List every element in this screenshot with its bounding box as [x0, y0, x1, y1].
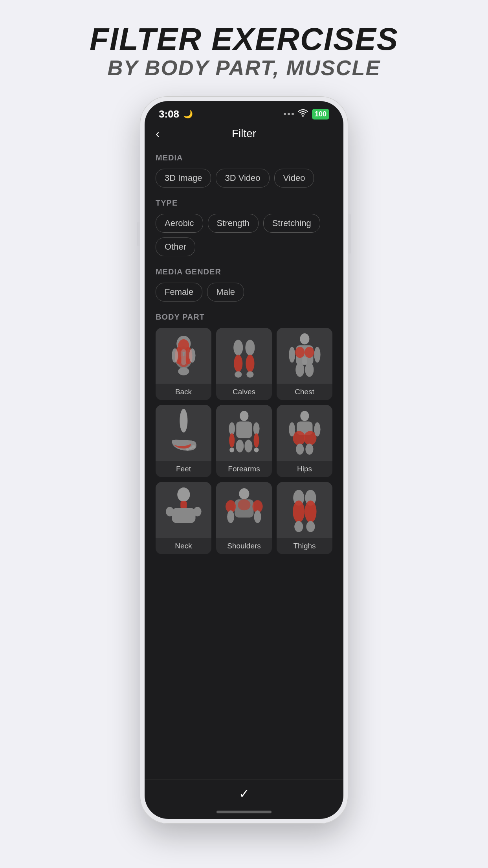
svg-point-53	[193, 507, 201, 517]
body-card-chest-image	[277, 328, 332, 384]
pill-male[interactable]: Male	[207, 283, 244, 302]
body-part-grid: Back	[156, 328, 332, 554]
body-card-calves[interactable]: Calves	[216, 328, 272, 400]
svg-point-8	[189, 349, 195, 363]
body-card-neck[interactable]: Neck	[156, 482, 211, 554]
svg-point-54	[239, 488, 249, 499]
svg-point-25	[295, 363, 304, 377]
scroll-content[interactable]: MEDIA 3D Image 3D Video Video TYPE Aerob…	[145, 145, 343, 780]
pill-3d-video[interactable]: 3D Video	[216, 169, 269, 188]
svg-point-45	[289, 423, 295, 437]
back-button[interactable]: ‹	[156, 127, 160, 140]
svg-point-58	[238, 500, 250, 511]
svg-point-35	[229, 434, 235, 448]
svg-point-41	[300, 411, 309, 421]
body-card-feet[interactable]: Feet	[156, 405, 211, 477]
svg-point-66	[306, 521, 315, 532]
svg-point-13	[246, 355, 254, 372]
wifi-icon	[298, 108, 308, 120]
media-section-label: MEDIA	[156, 153, 332, 162]
body-card-back-label: Back	[173, 384, 194, 400]
svg-point-23	[289, 347, 295, 363]
svg-point-11	[245, 340, 255, 356]
svg-rect-22	[302, 357, 307, 364]
svg-point-18	[300, 333, 309, 344]
body-card-feet-label: Feet	[174, 461, 193, 477]
svg-rect-6	[181, 349, 186, 365]
body-card-forearms[interactable]: Forearms	[216, 405, 272, 477]
svg-point-48	[305, 444, 313, 455]
bottom-bar: ✓	[145, 780, 343, 807]
svg-point-9	[178, 368, 189, 375]
moon-icon: 🌙	[183, 109, 193, 119]
svg-point-27	[180, 409, 187, 432]
type-section-label: TYPE	[156, 199, 332, 208]
phone-screen: 3:08 🌙 100 ‹ Filter ME	[145, 101, 343, 819]
svg-rect-50	[180, 501, 187, 509]
status-bar: 3:08 🌙 100	[145, 101, 343, 123]
body-card-thighs[interactable]: Thighs	[277, 482, 332, 554]
page-title-main: Filter Exercises	[90, 24, 398, 55]
status-icons: 100	[284, 108, 329, 120]
body-card-back[interactable]: Back	[156, 328, 211, 400]
svg-point-24	[314, 347, 320, 363]
body-card-shoulders[interactable]: Shoulders	[216, 482, 272, 554]
svg-point-52	[166, 507, 174, 517]
svg-point-21	[305, 347, 314, 358]
svg-rect-32	[236, 422, 252, 438]
body-card-shoulders-image	[216, 482, 272, 538]
pill-video[interactable]: Video	[274, 169, 314, 188]
svg-point-47	[296, 444, 304, 455]
svg-point-14	[235, 371, 242, 378]
body-card-back-image	[156, 328, 211, 384]
svg-point-64	[305, 501, 316, 523]
svg-point-40	[244, 440, 252, 452]
svg-point-31	[240, 411, 248, 421]
nav-title: Filter	[232, 127, 256, 140]
gender-section-label: MEDIA GENDER	[156, 267, 332, 276]
body-card-shoulders-label: Shoulders	[225, 538, 263, 554]
body-card-thighs-label: Thighs	[291, 538, 318, 554]
battery-badge: 100	[312, 109, 329, 120]
phone-frame: 3:08 🌙 100 ‹ Filter ME	[140, 96, 348, 824]
pill-other[interactable]: Other	[156, 237, 195, 256]
page-header: Filter Exercises By Body Part, Muscle	[90, 0, 398, 81]
pill-stretching[interactable]: Stretching	[263, 214, 320, 233]
svg-rect-51	[172, 508, 195, 523]
pill-3d-image[interactable]: 3D Image	[156, 169, 211, 188]
pill-strength[interactable]: Strength	[208, 214, 259, 233]
nav-bar: ‹ Filter	[145, 123, 343, 145]
confirm-button[interactable]: ✓	[239, 786, 250, 801]
gender-pills: Female Male	[156, 283, 332, 302]
media-pills: 3D Image 3D Video Video	[156, 169, 332, 188]
body-card-hips-image	[277, 405, 332, 461]
svg-point-65	[294, 521, 303, 532]
body-card-calves-label: Calves	[230, 384, 258, 400]
svg-point-36	[253, 434, 259, 448]
svg-point-34	[253, 423, 259, 435]
body-part-section-label: BODY PART	[156, 313, 332, 322]
svg-point-30	[186, 449, 189, 451]
svg-point-7	[172, 349, 178, 363]
body-card-neck-label: Neck	[172, 538, 194, 554]
pill-female[interactable]: Female	[156, 283, 202, 302]
body-card-chest-label: Chest	[292, 384, 317, 400]
page-title-sub: By Body Part, Muscle	[90, 55, 398, 81]
body-card-calves-image	[216, 328, 272, 384]
body-card-thighs-image	[277, 482, 332, 538]
status-time: 3:08	[159, 108, 179, 120]
body-card-hips[interactable]: Hips	[277, 405, 332, 477]
svg-point-38	[254, 448, 259, 452]
body-card-hips-label: Hips	[295, 461, 314, 477]
svg-point-49	[177, 487, 190, 502]
svg-point-46	[314, 423, 320, 437]
svg-point-15	[246, 371, 253, 378]
home-indicator	[216, 811, 272, 813]
svg-point-37	[229, 448, 234, 452]
signal-dots	[284, 113, 294, 115]
svg-point-59	[227, 511, 234, 523]
body-card-chest[interactable]: Chest	[277, 328, 332, 400]
svg-point-20	[295, 347, 305, 358]
pill-aerobic[interactable]: Aerobic	[156, 214, 203, 233]
svg-point-63	[293, 501, 305, 523]
